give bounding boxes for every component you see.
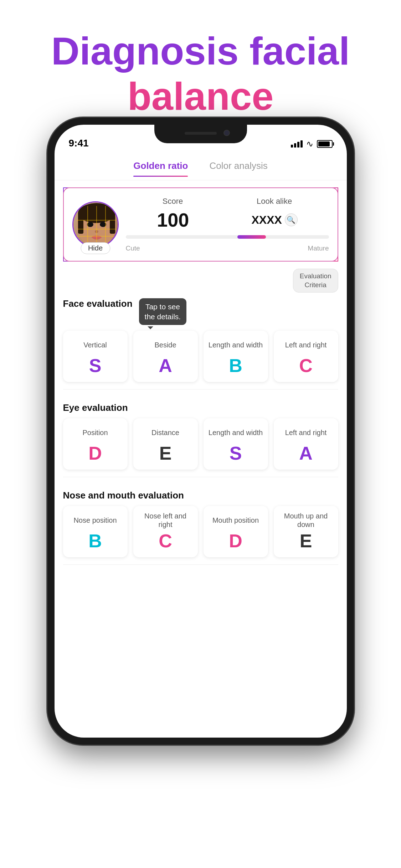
nose-mouth-evaluation-title: Nose and mouth evaluation: [63, 490, 338, 501]
signal-icon: [291, 140, 303, 148]
grade-letter-vertical: S: [89, 356, 102, 375]
score-values: 100 XXXX 🔍: [126, 209, 329, 231]
lookalike-label: Look alike: [257, 197, 292, 206]
tab-golden-ratio[interactable]: Golden ratio: [133, 160, 188, 176]
battery-fill: [318, 141, 330, 146]
grade-card-nose-left-right[interactable]: Nose left and right C: [133, 506, 198, 557]
score-details: Score Look alike 100 XXXX 🔍: [126, 197, 329, 252]
progress-bar-fill: [237, 235, 266, 239]
title-purple: Diagnosis facial: [51, 29, 350, 73]
grade-letter-mouth-up-down: E: [300, 532, 312, 550]
grade-letter-nose-position: B: [88, 532, 102, 550]
grade-card-length-width[interactable]: Length and width B: [204, 331, 268, 382]
lookalike-text: XXXX: [251, 213, 282, 227]
grade-letter-length-width: B: [229, 356, 242, 375]
score-number: 100: [157, 209, 189, 231]
grade-label-position: Position: [82, 424, 108, 441]
screen-content: Golden ratio Color analysis: [55, 153, 347, 738]
tooltip-text: Tap to seethe details.: [145, 303, 181, 320]
face-grade-row: Vertical S Beside A Length and width B L…: [63, 331, 338, 382]
face-eval-header: Face evaluation Tap to seethe details.: [63, 298, 338, 325]
progress-bar-track: [126, 235, 329, 239]
grade-card-left-right[interactable]: Left and right C: [274, 331, 338, 382]
divider-2: [63, 477, 338, 477]
nose-mouth-grade-row: Nose position B Nose left and right C Mo…: [63, 506, 338, 557]
face-evaluation-title: Face evaluation: [63, 298, 133, 309]
search-button[interactable]: 🔍: [285, 213, 298, 226]
svg-rect-2: [78, 212, 83, 234]
score-label: Score: [163, 197, 183, 206]
grade-card-vertical[interactable]: Vertical S: [63, 331, 128, 382]
grade-label-mouth-position: Mouth position: [212, 512, 259, 529]
progress-labels: Cute Mature: [126, 244, 329, 252]
grade-card-mouth-up-down[interactable]: Mouth up and down E: [274, 506, 338, 557]
hide-button[interactable]: Hide: [81, 242, 110, 254]
grade-letter-left-right: C: [299, 356, 313, 375]
nose-mouth-evaluation-section: Nose and mouth evaluation Nose position …: [55, 484, 347, 557]
divider-3: [63, 564, 338, 565]
grade-label-mouth-up-down: Mouth up and down: [278, 512, 334, 529]
evaluation-criteria-button[interactable]: Evaluation Criteria: [293, 269, 338, 293]
progress-label-right: Mature: [308, 244, 329, 252]
grade-letter-distance: E: [159, 444, 172, 463]
grade-card-mouth-position[interactable]: Mouth position D: [204, 506, 268, 557]
avatar-face: [73, 202, 118, 247]
notch-speaker: [185, 132, 217, 135]
tab-bar: Golden ratio Color analysis: [55, 153, 347, 180]
eye-evaluation-title: Eye evaluation: [63, 402, 338, 413]
score-lookalike: XXXX 🔍: [251, 213, 297, 227]
grade-label-left-right: Left and right: [285, 336, 327, 353]
divider-1: [63, 389, 338, 389]
face-evaluation-section: Face evaluation Tap to seethe details. V…: [55, 293, 347, 382]
grade-card-distance[interactable]: Distance E: [133, 418, 198, 470]
tooltip-bubble: Tap to seethe details.: [139, 298, 187, 325]
score-card: Hide Score Look alike 100 XXXX 🔍: [63, 187, 338, 262]
eye-evaluation-section: Eye evaluation Position D Distance E Len…: [55, 397, 347, 470]
tab-color-analysis[interactable]: Color analysis: [209, 160, 267, 176]
progress-label-left: Cute: [126, 244, 140, 252]
grade-label-nose-left-right: Nose left and right: [138, 512, 194, 529]
grade-letter-nose-left-right: C: [159, 532, 172, 550]
notch-camera: [223, 130, 230, 136]
grade-letter-mouth-position: D: [229, 532, 242, 550]
grade-card-position[interactable]: Position D: [63, 418, 128, 470]
eye-grade-row: Position D Distance E Length and width S…: [63, 418, 338, 470]
avatar-container: Hide: [72, 201, 119, 248]
face-svg: [73, 202, 119, 248]
wifi-icon: ∿: [306, 139, 313, 149]
grade-letter-position: D: [88, 444, 102, 463]
battery-icon: [317, 140, 333, 148]
avatar: [72, 201, 119, 248]
score-labels: Score Look alike: [126, 197, 329, 206]
grade-letter-eye-left-right: A: [299, 444, 313, 463]
grade-letter-beside: A: [159, 356, 172, 375]
grade-card-eye-length-width[interactable]: Length and width S: [204, 418, 268, 470]
header-title: Diagnosis facial balance: [0, 0, 401, 133]
grade-card-beside[interactable]: Beside A: [133, 331, 198, 382]
grade-label-eye-left-right: Left and right: [285, 424, 327, 441]
svg-rect-3: [110, 212, 115, 234]
notch: [154, 125, 247, 143]
title-pink: balance: [128, 74, 274, 118]
eval-criteria-section: Evaluation Criteria: [55, 269, 347, 293]
grade-card-eye-left-right[interactable]: Left and right A: [274, 418, 338, 470]
grade-label-nose-position: Nose position: [73, 512, 117, 529]
phone-screen: 9:41 ∿ Golden ratio Color analysis: [55, 125, 347, 738]
grade-label-distance: Distance: [151, 424, 179, 441]
grade-label-length-width: Length and width: [209, 336, 263, 353]
grade-label-beside: Beside: [154, 336, 176, 353]
status-icons: ∿: [291, 139, 333, 149]
grade-card-nose-position[interactable]: Nose position B: [63, 506, 128, 557]
grade-label-eye-length-width: Length and width: [209, 424, 263, 441]
progress-bar-container: [126, 235, 329, 239]
phone-frame: 9:41 ∿ Golden ratio Color analysis: [47, 118, 354, 745]
grade-letter-eye-length-width: S: [230, 444, 242, 463]
status-time: 9:41: [69, 138, 89, 149]
grade-label-vertical: Vertical: [83, 336, 107, 353]
